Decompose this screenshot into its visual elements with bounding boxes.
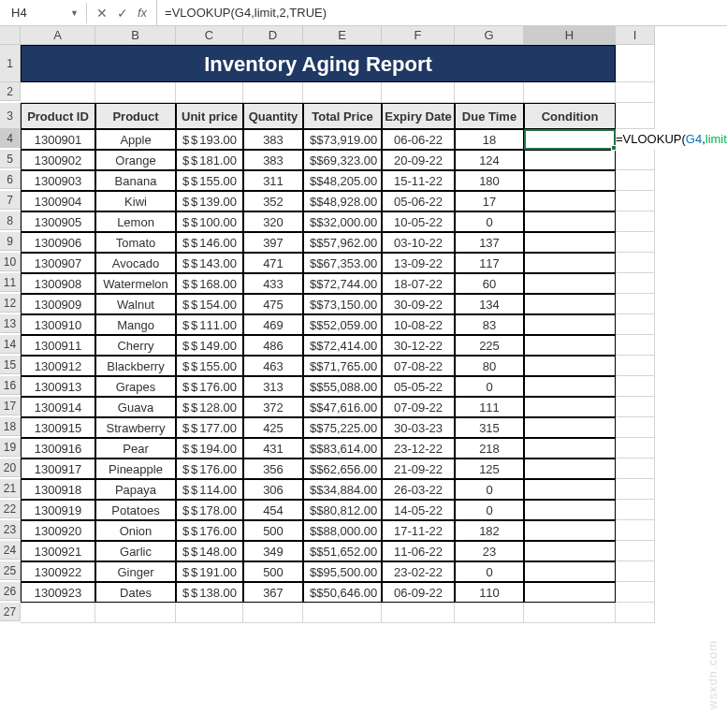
cell-condition[interactable]: [524, 170, 616, 191]
empty-cell[interactable]: [616, 438, 655, 459]
cell-due-time[interactable]: 111: [455, 397, 524, 417]
cell-product[interactable]: Kiwi: [95, 191, 176, 211]
cell-total-price[interactable]: $83,614.00: [303, 438, 382, 459]
cell-unit-price[interactable]: $193.00: [176, 129, 243, 150]
cell-due-time[interactable]: 0: [455, 211, 524, 232]
cell-unit-price[interactable]: $176.00: [176, 376, 243, 397]
cell-product[interactable]: Watermelon: [95, 273, 176, 294]
cell-expiry-date[interactable]: 13-09-22: [382, 253, 455, 273]
cell-product-id[interactable]: 1300920: [21, 520, 95, 541]
col-head-D[interactable]: D: [243, 26, 303, 45]
cell-product[interactable]: Papaya: [95, 479, 176, 500]
cell-condition[interactable]: [524, 520, 616, 541]
row-head-9[interactable]: 9: [0, 232, 21, 251]
cell-quantity[interactable]: 454: [243, 500, 303, 520]
cell-product-id[interactable]: 1300908: [21, 273, 95, 294]
cell-quantity[interactable]: 306: [243, 479, 303, 500]
row-head-27[interactable]: 27: [0, 603, 21, 621]
cell-total-price[interactable]: $62,656.00: [303, 459, 382, 479]
cell-condition[interactable]: [524, 376, 616, 397]
cell-total-price[interactable]: $55,088.00: [303, 376, 382, 397]
cell-unit-price[interactable]: $194.00: [176, 438, 243, 459]
row-head-20[interactable]: 20: [0, 459, 21, 477]
cell-total-price[interactable]: $88,000.00: [303, 520, 382, 541]
row-head-11[interactable]: 11: [0, 273, 21, 292]
row-head-1[interactable]: 1: [0, 45, 21, 82]
cell-product-id[interactable]: 1300901: [21, 129, 95, 150]
row-head-13[interactable]: 13: [0, 314, 21, 333]
cell-condition[interactable]: [524, 335, 616, 356]
cell-quantity[interactable]: 463: [243, 356, 303, 376]
cell-expiry-date[interactable]: 11-06-22: [382, 541, 455, 561]
cell-due-time[interactable]: 125: [455, 459, 524, 479]
blank-cell[interactable]: [455, 82, 524, 103]
cell-expiry-date[interactable]: 07-08-22: [382, 356, 455, 376]
cell-quantity[interactable]: 372: [243, 397, 303, 417]
cell-due-time[interactable]: 60: [455, 273, 524, 294]
cell-product[interactable]: Tomato: [95, 232, 176, 253]
row-head-4[interactable]: 4: [0, 129, 21, 148]
cell-product[interactable]: Mango: [95, 314, 176, 335]
cell-expiry-date[interactable]: 15-11-22: [382, 170, 455, 191]
cell-due-time[interactable]: 83: [455, 314, 524, 335]
empty-cell[interactable]: [616, 561, 655, 582]
row-head-6[interactable]: 6: [0, 170, 21, 189]
cell-due-time[interactable]: 315: [455, 417, 524, 438]
empty-cell[interactable]: [616, 376, 655, 397]
row-head-24[interactable]: 24: [0, 541, 21, 560]
cell-expiry-date[interactable]: 23-12-22: [382, 438, 455, 459]
cell-expiry-date[interactable]: 30-03-23: [382, 417, 455, 438]
empty-cell[interactable]: [616, 232, 655, 253]
cell-product-id[interactable]: 1300906: [21, 232, 95, 253]
cell-condition[interactable]: [524, 253, 616, 273]
cell-product-id[interactable]: 1300916: [21, 438, 95, 459]
empty-cell[interactable]: [95, 603, 176, 623]
cell-unit-price[interactable]: $146.00: [176, 232, 243, 253]
empty-cell[interactable]: [616, 273, 655, 294]
cell-quantity[interactable]: 425: [243, 417, 303, 438]
cell-product-id[interactable]: 1300915: [21, 417, 95, 438]
table-header[interactable]: Unit price: [176, 103, 243, 129]
cell-quantity[interactable]: 320: [243, 211, 303, 232]
cell-expiry-date[interactable]: 10-08-22: [382, 314, 455, 335]
cell-expiry-date[interactable]: 05-05-22: [382, 376, 455, 397]
row-head-5[interactable]: 5: [0, 150, 21, 168]
cell-quantity[interactable]: 313: [243, 376, 303, 397]
empty-cell[interactable]: [616, 294, 655, 314]
cell-total-price[interactable]: $50,646.00: [303, 582, 382, 603]
cell-quantity[interactable]: 367: [243, 582, 303, 603]
cell-product-id[interactable]: 1300911: [21, 335, 95, 356]
cell-product[interactable]: Lemon: [95, 211, 176, 232]
cell-condition[interactable]: [524, 541, 616, 561]
row-head-19[interactable]: 19: [0, 438, 21, 457]
row-head-25[interactable]: 25: [0, 561, 21, 580]
cell-condition[interactable]: [524, 150, 616, 170]
empty-cell[interactable]: [616, 211, 655, 232]
cell-expiry-date[interactable]: 23-02-22: [382, 561, 455, 582]
cell-quantity[interactable]: 349: [243, 541, 303, 561]
empty-cell[interactable]: [616, 397, 655, 417]
cell-product-id[interactable]: 1300922: [21, 561, 95, 582]
cell-total-price[interactable]: $47,616.00: [303, 397, 382, 417]
empty-cell[interactable]: [303, 603, 382, 623]
cell-condition[interactable]: [524, 397, 616, 417]
cell-unit-price[interactable]: $176.00: [176, 459, 243, 479]
col-head-A[interactable]: A: [21, 26, 95, 45]
cell-expiry-date[interactable]: 30-09-22: [382, 294, 455, 314]
empty-cell[interactable]: [616, 479, 655, 500]
empty-cell[interactable]: [616, 170, 655, 191]
row-head-22[interactable]: 22: [0, 500, 21, 518]
col-head-I[interactable]: I: [616, 26, 655, 45]
spreadsheet-grid[interactable]: ABCDEFGHI1Inventory Aging Report23Produc…: [0, 26, 727, 623]
cell-condition[interactable]: [524, 561, 616, 582]
row-head-17[interactable]: 17: [0, 397, 21, 415]
cell-expiry-date[interactable]: 30-12-22: [382, 335, 455, 356]
cell-condition[interactable]: [524, 273, 616, 294]
cell-unit-price[interactable]: $143.00: [176, 253, 243, 273]
cell-unit-price[interactable]: $114.00: [176, 479, 243, 500]
cell-due-time[interactable]: 182: [455, 520, 524, 541]
cell-expiry-date[interactable]: 26-03-22: [382, 479, 455, 500]
cell-due-time[interactable]: 18: [455, 129, 524, 150]
cell-total-price[interactable]: $52,059.00: [303, 314, 382, 335]
cell-unit-price[interactable]: $155.00: [176, 356, 243, 376]
